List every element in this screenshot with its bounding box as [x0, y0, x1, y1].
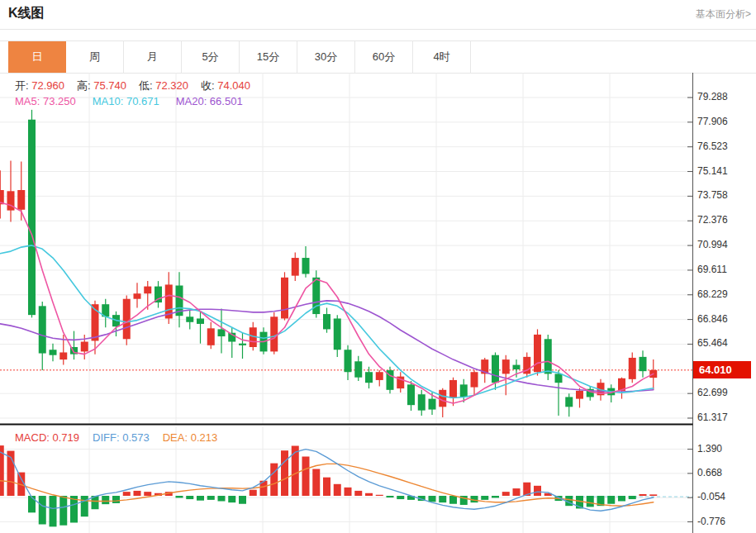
macd-legend: MACD: 0.719DIFF: 0.573DEA: 0.213 — [15, 431, 231, 444]
axis-tick-label: 66.846 — [697, 313, 728, 325]
legend-item: 高: 75.740 — [77, 79, 126, 93]
legend-item: DIFF: 0.573 — [93, 431, 150, 444]
axis-tick-label: -0.054 — [697, 491, 725, 502]
axis-tick-label: 77.906 — [697, 116, 728, 127]
axis-tick-label: -0.776 — [697, 516, 725, 527]
axis-tick-label: 72.376 — [697, 214, 728, 226]
axis-tick-label: 61.317 — [697, 412, 728, 423]
axis-tick-label: 79.288 — [697, 91, 728, 102]
legend-item: MACD: 0.719 — [15, 431, 79, 444]
current-price-badge: 64.010 — [693, 361, 751, 378]
legend-item: 收: 74.040 — [201, 79, 250, 93]
axis-tick-label: 69.611 — [697, 264, 727, 275]
ohlc-legend: 开: 72.960高: 75.740低: 72.320收: 74.040 — [15, 79, 263, 93]
axis-tick-label: 1.390 — [697, 443, 722, 454]
legend-item: MA20: 66.501 — [176, 95, 243, 107]
axis-tick-label: 68.229 — [697, 288, 728, 300]
axis-tick-label: 0.668 — [697, 467, 722, 478]
candles-layer — [0, 110, 657, 417]
kline-page: K线图 基本面分析> 日周月5分15分30分60分4时 开: 72.960高: … — [0, 0, 756, 533]
legend-item: 低: 72.320 — [139, 79, 188, 93]
legend-item: MA10: 70.671 — [93, 95, 159, 107]
axis-tick-label: 70.994 — [697, 239, 728, 250]
axis-tick-label: 76.523 — [697, 140, 728, 152]
axis-tick-label: 62.699 — [697, 387, 728, 398]
axis-tick-label: 75.141 — [697, 165, 728, 177]
legend-item: 开: 72.960 — [15, 79, 64, 93]
legend-item: DEA: 0.213 — [163, 431, 218, 444]
axis-tick-label: 65.464 — [697, 337, 728, 349]
legend-item: MA5: 73.250 — [15, 95, 76, 107]
ma-legend: MA5: 73.250MA10: 70.671MA20: 66.501 — [15, 95, 259, 107]
axis-tick-label: 73.758 — [697, 189, 728, 201]
ma-lines-layer — [0, 202, 654, 403]
